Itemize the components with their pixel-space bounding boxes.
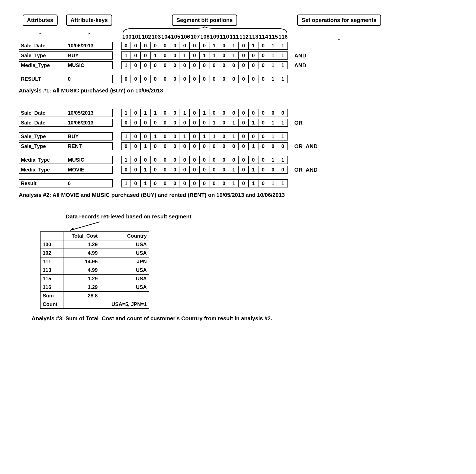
bit-cell: 1 xyxy=(278,179,288,187)
bit-row: Sale_Date10/06/201300000000010101011 xyxy=(19,42,457,50)
bit-cell: 0 xyxy=(170,166,180,174)
analysis3-caption: Analysis #3: Sum of Total_Cost and count… xyxy=(32,315,457,322)
bit-position: 115 xyxy=(268,34,278,40)
bit-cell: 0 xyxy=(219,119,229,127)
bit-cell: 1 xyxy=(249,42,258,50)
bit-cell: 0 xyxy=(200,61,209,69)
bit-cell: 0 xyxy=(258,119,268,127)
bit-cell: 1 xyxy=(141,179,151,187)
result-cell: USA xyxy=(100,240,149,249)
bit-cell: 0 xyxy=(209,142,219,150)
attribute-cell: Sale_Type xyxy=(19,132,66,141)
bit-cell: 1 xyxy=(180,109,190,117)
bit-cell: 0 xyxy=(170,75,180,83)
bits-cells: 00100000000101000 xyxy=(121,166,288,174)
bit-row: RESULT000000000000000011 xyxy=(19,75,457,83)
bit-cell: 1 xyxy=(180,132,190,141)
result-cell: USA xyxy=(100,249,149,257)
count-row: CountUSA=5, JPN=1 xyxy=(40,300,149,309)
bit-cell: 0 xyxy=(131,75,141,83)
bit-cell: 1 xyxy=(249,179,258,187)
bit-cell: 0 xyxy=(239,42,249,50)
result-cell: 115 xyxy=(40,274,64,283)
bit-cell: 0 xyxy=(160,109,170,117)
bit-row: Media_TypeMUSIC10000000000000011AND xyxy=(19,61,457,69)
bit-cell: 0 xyxy=(219,42,229,50)
result-cell: USA xyxy=(100,283,149,292)
bit-cell: 1 xyxy=(268,61,278,69)
bit-cell: 0 xyxy=(200,142,209,150)
bit-position: 108 xyxy=(200,34,210,40)
attribute-cell: Result xyxy=(19,179,66,187)
bit-cell: 0 xyxy=(170,132,180,141)
bit-position-header: 1001011021031041051061071081091101111121… xyxy=(122,34,288,40)
result-cell: Count xyxy=(40,300,64,309)
key-cell: MUSIC xyxy=(66,61,113,69)
bit-cell: 0 xyxy=(151,179,160,187)
attribute-cell: Sale_Date xyxy=(19,42,66,50)
result-cell: USA xyxy=(100,274,149,283)
attribute-cell: RESULT xyxy=(19,75,66,83)
key-cell: RENT xyxy=(66,142,113,150)
bits-cells: 10110010100000000 xyxy=(121,109,288,117)
bit-cell: 1 xyxy=(121,179,131,187)
bit-position: 112 xyxy=(239,34,249,40)
bit-position: 116 xyxy=(278,34,288,40)
bit-cell: 0 xyxy=(190,61,200,69)
bit-cell: 0 xyxy=(200,179,209,187)
bit-cell: 0 xyxy=(200,42,209,50)
bit-cell: 1 xyxy=(180,52,190,60)
analysis2-caption: Analysis #2: All MOVIE and MUSIC purchas… xyxy=(19,192,457,198)
table-row: 1134.99USA xyxy=(40,266,149,274)
label-set-ops: Set operations for segments xyxy=(297,15,381,26)
bit-cell: 0 xyxy=(121,142,131,150)
bit-cell: 1 xyxy=(229,132,239,141)
bit-cell: 0 xyxy=(258,52,268,60)
bit-position: 114 xyxy=(259,34,269,40)
bit-cell: 0 xyxy=(209,156,219,164)
bit-cell: 0 xyxy=(131,132,141,141)
bit-cell: 0 xyxy=(190,42,200,50)
result-cell: 102 xyxy=(40,249,64,257)
bit-cell: 0 xyxy=(200,75,209,83)
bit-cell: 0 xyxy=(151,142,160,150)
bit-cell: 0 xyxy=(258,61,268,69)
key-cell: 10/06/2013 xyxy=(66,42,113,50)
bit-cell: 0 xyxy=(219,142,229,150)
key-cell: 0 xyxy=(66,75,113,83)
bit-cell: 0 xyxy=(160,52,170,60)
bit-cell: 0 xyxy=(180,179,190,187)
bit-cell: 0 xyxy=(151,119,160,127)
header-labels-row: Attributes ↓ Attribute-keys ↓ Segment bi… xyxy=(19,15,457,42)
bits-cells: 00000000000000011 xyxy=(121,75,288,83)
bit-cell: 0 xyxy=(200,156,209,164)
bit-cell: 1 xyxy=(278,61,288,69)
bit-cell: 0 xyxy=(268,142,278,150)
bit-cell: 0 xyxy=(239,142,249,150)
op-label: OR xyxy=(294,166,303,173)
bit-cell: 1 xyxy=(268,156,278,164)
bit-cell: 0 xyxy=(141,42,151,50)
op-label: AND xyxy=(306,166,318,173)
bit-cell: 0 xyxy=(131,52,141,60)
bit-cell: 0 xyxy=(278,142,288,150)
bit-cell: 0 xyxy=(258,179,268,187)
bit-cell: 0 xyxy=(258,142,268,150)
table-row: 1151.29USA xyxy=(40,274,149,283)
result-table: Total_CostCountry 1001.29USA1024.99USA11… xyxy=(40,231,149,309)
bit-cell: 0 xyxy=(190,109,200,117)
bit-cell: 0 xyxy=(209,75,219,83)
attribute-cell: Media_Type xyxy=(19,156,66,164)
bit-cell: 0 xyxy=(219,132,229,141)
bit-cell: 1 xyxy=(229,119,239,127)
bit-cell: 0 xyxy=(141,52,151,60)
bit-cell: 0 xyxy=(190,156,200,164)
bit-position: 100 xyxy=(122,34,132,40)
bit-cell: 0 xyxy=(258,75,268,83)
bit-position: 101 xyxy=(132,34,142,40)
bit-cell: 0 xyxy=(180,75,190,83)
attribute-cell: Media_Type xyxy=(19,61,66,69)
bit-cell: 0 xyxy=(160,166,170,174)
bit-cell: 0 xyxy=(219,75,229,83)
analysis1-caption: Analysis #1: All MUSIC purchased (BUY) o… xyxy=(19,87,457,94)
